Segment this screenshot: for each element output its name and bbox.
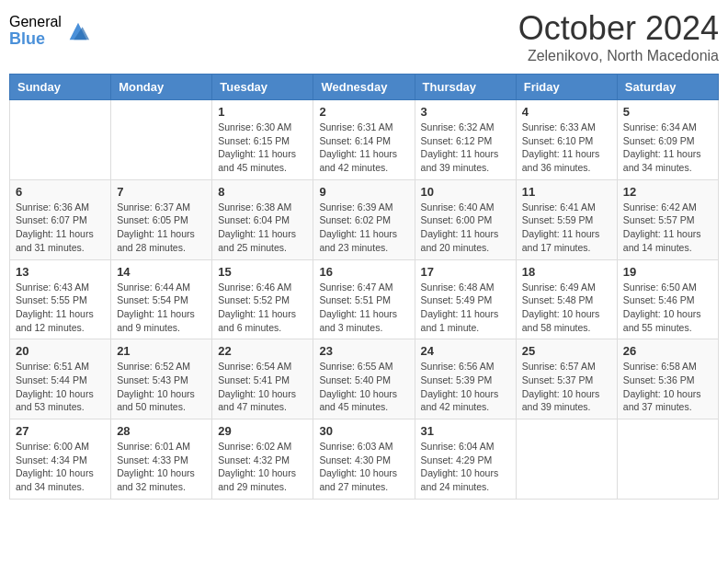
week-row-5: 27Sunrise: 6:00 AM Sunset: 4:34 PM Dayli… — [10, 419, 719, 500]
day-info: Sunrise: 6:36 AM Sunset: 6:07 PM Dayligh… — [16, 201, 105, 255]
day-cell: 17Sunrise: 6:48 AM Sunset: 5:49 PM Dayli… — [415, 259, 516, 339]
day-number: 29 — [218, 424, 307, 438]
day-cell: 11Sunrise: 6:41 AM Sunset: 5:59 PM Dayli… — [516, 179, 617, 259]
day-cell — [111, 100, 212, 180]
day-number: 10 — [421, 185, 510, 199]
logo-text: General Blue — [9, 14, 62, 48]
day-number: 7 — [117, 185, 206, 199]
header-wednesday: Wednesday — [313, 75, 415, 100]
day-cell: 2Sunrise: 6:31 AM Sunset: 6:14 PM Daylig… — [313, 100, 415, 180]
day-number: 25 — [522, 344, 611, 358]
day-info: Sunrise: 6:55 AM Sunset: 5:40 PM Dayligh… — [319, 360, 408, 414]
day-number: 18 — [522, 265, 611, 279]
day-number: 2 — [319, 105, 408, 119]
day-info: Sunrise: 6:37 AM Sunset: 6:05 PM Dayligh… — [117, 201, 206, 255]
day-cell: 1Sunrise: 6:30 AM Sunset: 6:15 PM Daylig… — [212, 100, 313, 180]
day-cell: 20Sunrise: 6:51 AM Sunset: 5:44 PM Dayli… — [10, 339, 111, 419]
day-cell: 26Sunrise: 6:58 AM Sunset: 5:36 PM Dayli… — [617, 339, 718, 419]
day-info: Sunrise: 6:39 AM Sunset: 6:02 PM Dayligh… — [319, 201, 408, 255]
day-info: Sunrise: 6:46 AM Sunset: 5:52 PM Dayligh… — [218, 281, 307, 335]
day-cell: 19Sunrise: 6:50 AM Sunset: 5:46 PM Dayli… — [617, 259, 718, 339]
day-info: Sunrise: 6:41 AM Sunset: 5:59 PM Dayligh… — [522, 201, 611, 255]
day-info: Sunrise: 6:43 AM Sunset: 5:55 PM Dayligh… — [16, 281, 105, 335]
day-info: Sunrise: 6:01 AM Sunset: 4:33 PM Dayligh… — [117, 440, 206, 494]
logo-icon — [65, 18, 91, 44]
day-info: Sunrise: 6:58 AM Sunset: 5:36 PM Dayligh… — [623, 360, 712, 414]
day-number: 16 — [319, 265, 408, 279]
calendar-table: SundayMondayTuesdayWednesdayThursdayFrid… — [9, 74, 719, 500]
day-info: Sunrise: 6:49 AM Sunset: 5:48 PM Dayligh… — [522, 281, 611, 335]
day-cell: 3Sunrise: 6:32 AM Sunset: 6:12 PM Daylig… — [415, 100, 516, 180]
day-cell: 6Sunrise: 6:36 AM Sunset: 6:07 PM Daylig… — [10, 179, 111, 259]
logo-blue: Blue — [9, 30, 62, 49]
day-number: 22 — [218, 344, 307, 358]
month-title: October 2024 — [518, 9, 719, 48]
day-number: 21 — [117, 344, 206, 358]
day-number: 1 — [218, 105, 307, 119]
day-number: 11 — [522, 185, 611, 199]
day-info: Sunrise: 6:40 AM Sunset: 6:00 PM Dayligh… — [421, 201, 510, 255]
day-cell: 27Sunrise: 6:00 AM Sunset: 4:34 PM Dayli… — [10, 419, 111, 500]
day-cell: 28Sunrise: 6:01 AM Sunset: 4:33 PM Dayli… — [111, 419, 212, 500]
header-sunday: Sunday — [10, 75, 111, 100]
day-cell: 15Sunrise: 6:46 AM Sunset: 5:52 PM Dayli… — [212, 259, 313, 339]
day-cell — [10, 100, 111, 180]
day-number: 13 — [16, 265, 105, 279]
week-row-2: 6Sunrise: 6:36 AM Sunset: 6:07 PM Daylig… — [10, 179, 719, 259]
day-cell: 10Sunrise: 6:40 AM Sunset: 6:00 PM Dayli… — [415, 179, 516, 259]
day-cell: 13Sunrise: 6:43 AM Sunset: 5:55 PM Dayli… — [10, 259, 111, 339]
day-cell: 31Sunrise: 6:04 AM Sunset: 4:29 PM Dayli… — [415, 419, 516, 500]
day-info: Sunrise: 6:54 AM Sunset: 5:41 PM Dayligh… — [218, 360, 307, 414]
week-row-1: 1Sunrise: 6:30 AM Sunset: 6:15 PM Daylig… — [10, 100, 719, 180]
day-info: Sunrise: 6:04 AM Sunset: 4:29 PM Dayligh… — [421, 440, 510, 494]
day-cell: 23Sunrise: 6:55 AM Sunset: 5:40 PM Dayli… — [313, 339, 415, 419]
day-cell: 25Sunrise: 6:57 AM Sunset: 5:37 PM Dayli… — [516, 339, 617, 419]
header-tuesday: Tuesday — [212, 75, 313, 100]
header-friday: Friday — [516, 75, 617, 100]
day-number: 4 — [522, 105, 611, 119]
day-info: Sunrise: 6:34 AM Sunset: 6:09 PM Dayligh… — [623, 121, 712, 175]
day-number: 6 — [16, 185, 105, 199]
week-row-4: 20Sunrise: 6:51 AM Sunset: 5:44 PM Dayli… — [10, 339, 719, 419]
day-number: 28 — [117, 424, 206, 438]
day-info: Sunrise: 6:42 AM Sunset: 5:57 PM Dayligh… — [623, 201, 712, 255]
day-number: 31 — [421, 424, 510, 438]
day-cell: 9Sunrise: 6:39 AM Sunset: 6:02 PM Daylig… — [313, 179, 415, 259]
header-thursday: Thursday — [415, 75, 516, 100]
day-info: Sunrise: 6:32 AM Sunset: 6:12 PM Dayligh… — [421, 121, 510, 175]
day-info: Sunrise: 6:47 AM Sunset: 5:51 PM Dayligh… — [319, 281, 408, 335]
day-number: 5 — [623, 105, 712, 119]
day-cell: 5Sunrise: 6:34 AM Sunset: 6:09 PM Daylig… — [617, 100, 718, 180]
logo-general: General — [9, 14, 62, 30]
day-cell: 21Sunrise: 6:52 AM Sunset: 5:43 PM Dayli… — [111, 339, 212, 419]
day-number: 23 — [319, 344, 408, 358]
day-cell: 18Sunrise: 6:49 AM Sunset: 5:48 PM Dayli… — [516, 259, 617, 339]
location-subtitle: Zelenikovo, North Macedonia — [518, 48, 719, 64]
header-monday: Monday — [111, 75, 212, 100]
day-info: Sunrise: 6:31 AM Sunset: 6:14 PM Dayligh… — [319, 121, 408, 175]
day-info: Sunrise: 6:33 AM Sunset: 6:10 PM Dayligh… — [522, 121, 611, 175]
day-info: Sunrise: 6:52 AM Sunset: 5:43 PM Dayligh… — [117, 360, 206, 414]
day-info: Sunrise: 6:00 AM Sunset: 4:34 PM Dayligh… — [16, 440, 105, 494]
day-cell: 24Sunrise: 6:56 AM Sunset: 5:39 PM Dayli… — [415, 339, 516, 419]
day-info: Sunrise: 6:48 AM Sunset: 5:49 PM Dayligh… — [421, 281, 510, 335]
day-cell: 14Sunrise: 6:44 AM Sunset: 5:54 PM Dayli… — [111, 259, 212, 339]
day-cell — [617, 419, 718, 500]
day-number: 20 — [16, 344, 105, 358]
page-header: General Blue October 2024 Zelenikovo, No… — [9, 9, 719, 64]
day-number: 30 — [319, 424, 408, 438]
day-number: 17 — [421, 265, 510, 279]
day-info: Sunrise: 6:30 AM Sunset: 6:15 PM Dayligh… — [218, 121, 307, 175]
day-cell: 12Sunrise: 6:42 AM Sunset: 5:57 PM Dayli… — [617, 179, 718, 259]
header-saturday: Saturday — [617, 75, 718, 100]
day-info: Sunrise: 6:02 AM Sunset: 4:32 PM Dayligh… — [218, 440, 307, 494]
day-info: Sunrise: 6:38 AM Sunset: 6:04 PM Dayligh… — [218, 201, 307, 255]
day-cell: 4Sunrise: 6:33 AM Sunset: 6:10 PM Daylig… — [516, 100, 617, 180]
day-number: 24 — [421, 344, 510, 358]
day-number: 26 — [623, 344, 712, 358]
day-cell: 29Sunrise: 6:02 AM Sunset: 4:32 PM Dayli… — [212, 419, 313, 500]
day-number: 9 — [319, 185, 408, 199]
title-section: October 2024 Zelenikovo, North Macedonia — [518, 9, 719, 64]
day-info: Sunrise: 6:51 AM Sunset: 5:44 PM Dayligh… — [16, 360, 105, 414]
day-number: 19 — [623, 265, 712, 279]
